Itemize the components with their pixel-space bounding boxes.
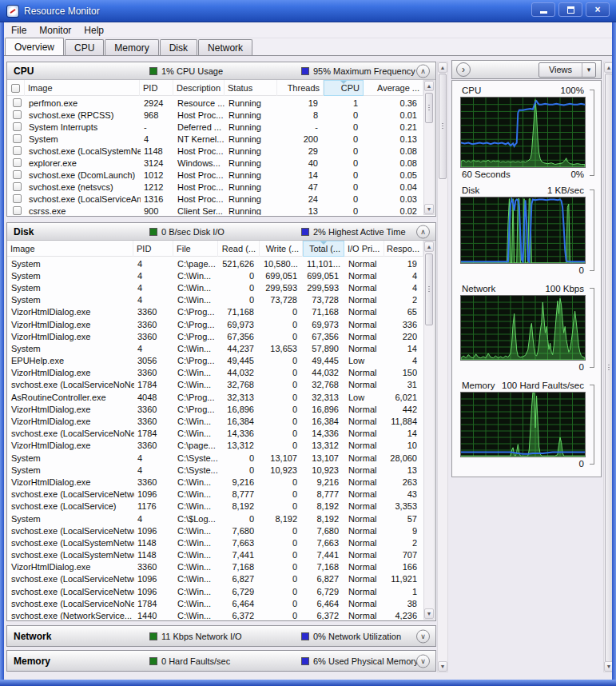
cpu-table-row[interactable]: perfmon.exe 2924 Resource ... Running 19… [8, 97, 423, 109]
disk-table-row[interactable]: System 4 C:\$Log... 0 8,192 8,192 Normal… [8, 513, 423, 524]
cpu-table-row[interactable]: csrss.exe 900 Client Ser... Running 13 0… [8, 205, 423, 215]
disk-section-header[interactable]: Disk 0 B/sec Disk I/O 2% Highest Active … [7, 223, 435, 241]
scroll-thumb[interactable] [425, 253, 433, 325]
col-read[interactable]: Read (... [218, 241, 260, 257]
disk-table-row[interactable]: VizorHtmlDialog.exe 3360 C:\Win... 9,216… [8, 476, 423, 488]
col-pid[interactable]: PID [133, 241, 173, 257]
cpu-table-row[interactable]: System Interrupts - Deferred ... Running… [8, 121, 423, 133]
row-checkbox[interactable] [13, 146, 22, 155]
network-section-header[interactable]: Network 11 Kbps Network I/O 0% Network U… [7, 626, 435, 646]
disk-table-row[interactable]: svchost.exe (LocalSystemNetwo... 1148 C:… [8, 549, 423, 561]
col-file[interactable]: File [173, 241, 218, 257]
disk-table-row[interactable]: VizorHtmlDialog.exe 3360 C:\Prog... 67,3… [8, 330, 423, 342]
col-cpu[interactable]: CPU [324, 80, 364, 96]
row-checkbox[interactable] [13, 122, 22, 131]
cpu-table-row[interactable]: explorer.exe 3124 Windows... Running 40 … [8, 157, 423, 169]
col-average[interactable]: Average ... [364, 80, 423, 96]
scroll-thumb[interactable] [425, 93, 433, 123]
scroll-thumb[interactable] [439, 74, 447, 179]
disk-collapse-button[interactable]: ∧ [416, 225, 430, 238]
select-all-checkbox[interactable] [11, 84, 20, 93]
title-bar[interactable]: Resource Monitor × [0, 0, 616, 22]
tab-memory[interactable]: Memory [105, 39, 158, 55]
disk-table-row[interactable]: System 4 C:\page... 521,626 10,580... 11… [8, 257, 423, 269]
disk-table-row[interactable]: svchost.exe (LocalServiceNetwo... 1096 C… [8, 573, 423, 585]
menu-monitor[interactable]: Monitor [33, 23, 77, 38]
disk-table-row[interactable]: System 4 C:\Syste... 0 13,107 13,107 Nor… [8, 452, 423, 464]
row-checkbox[interactable] [13, 98, 22, 107]
col-image[interactable]: Image [7, 241, 133, 257]
cpu-table-row[interactable]: svchost.exe (RPCSS) 968 Host Proc... Run… [8, 109, 423, 121]
disk-table-row[interactable]: svchost.exe (LocalServiceNoNet... 1784 C… [8, 379, 423, 391]
scroll-down-arrow[interactable]: ▼ [424, 608, 434, 619]
scroll-up-arrow[interactable]: ▲ [424, 241, 434, 252]
row-checkbox[interactable] [13, 182, 22, 191]
cpu-table-row[interactable]: svchost.exe (DcomLaunch) 1012 Host Proc.… [8, 169, 423, 181]
disk-table-row[interactable]: System 4 C:\Win... 0 73,728 73,728 Norma… [8, 294, 423, 306]
disk-table-row[interactable]: VizorHtmlDialog.exe 3360 C:\Prog... 71,1… [8, 306, 423, 318]
col-io-priority[interactable]: I/O Pri... [344, 241, 384, 257]
disk-table-row[interactable]: svchost.exe (NetworkService... 1440 C:\W… [8, 609, 423, 620]
row-checkbox[interactable] [13, 206, 22, 215]
disk-table-row[interactable]: EPUHelp.exe 3056 C:\Prog... 49,445 0 49,… [8, 355, 423, 367]
memory-section-header[interactable]: Memory 0 Hard Faults/sec 6% Used Physica… [7, 651, 435, 671]
disk-table-row[interactable]: svchost.exe (LocalServiceNetwo... 1096 C… [8, 585, 423, 597]
menu-file[interactable]: File [5, 23, 33, 38]
tab-overview[interactable]: Overview [5, 38, 64, 55]
memory-expand-button[interactable]: ∨ [416, 654, 430, 668]
row-checkbox[interactable] [13, 194, 22, 203]
close-button[interactable]: × [586, 2, 610, 17]
disk-table-row[interactable]: AsRoutineController.exe 4048 C:\Prog... … [8, 391, 423, 403]
disk-table-row[interactable]: System 4 C:\Win... 0 299,593 299,593 Nor… [8, 281, 423, 293]
disk-table-row[interactable]: VizorHtmlDialog.exe 3360 C:\Prog... 16,8… [8, 403, 423, 415]
tab-cpu[interactable]: CPU [65, 39, 104, 55]
row-checkbox[interactable] [13, 134, 22, 143]
tab-disk[interactable]: Disk [160, 39, 197, 55]
disk-table-row[interactable]: VizorHtmlDialog.exe 3360 C:\Win... 16,38… [8, 415, 423, 427]
col-description[interactable]: Description [173, 80, 225, 96]
row-checkbox[interactable] [13, 170, 22, 179]
minimize-button[interactable] [531, 2, 555, 17]
views-button[interactable]: Views ▾ [539, 62, 596, 78]
disk-table-row[interactable]: VizorHtmlDialog.exe 3360 C:\Win... 7,168… [8, 561, 423, 573]
disk-table-row[interactable]: System 4 C:\Syste... 0 10,923 10,923 Nor… [8, 464, 423, 476]
cpu-collapse-button[interactable]: ∧ [416, 64, 430, 78]
col-total[interactable]: Total (... [303, 241, 344, 257]
disk-table-row[interactable]: VizorHtmlDialog.exe 3360 C:\Prog... 69,9… [8, 318, 423, 330]
views-dropdown-arrow[interactable]: ▾ [582, 63, 595, 77]
row-checkbox[interactable] [13, 158, 22, 167]
col-status[interactable]: Status [225, 80, 277, 96]
scroll-up-arrow[interactable]: ▲ [424, 81, 434, 91]
disk-table-row[interactable]: svchost.exe (LocalServiceNoNet... 1784 C… [8, 597, 423, 609]
disk-table-row[interactable]: svchost.exe (LocalService) 1176 C:\Win..… [8, 501, 423, 513]
col-response[interactable]: Respo... [384, 241, 423, 257]
cpu-section-header[interactable]: CPU 1% CPU Usage 95% Maximum Frequency ∧ [7, 62, 435, 80]
disk-table-row[interactable]: VizorHtmlDialog.exe 3360 C:\Win... 44,03… [8, 367, 423, 379]
disk-table-row[interactable]: VizorHtmlDialog.exe 3360 C:\page... 13,3… [8, 440, 423, 452]
tab-network[interactable]: Network [198, 39, 252, 55]
disk-table-row[interactable]: System 4 C:\Win... 44,237 13,653 57,890 … [8, 342, 423, 354]
col-write[interactable]: Write (... [260, 241, 303, 257]
disk-table-row[interactable]: svchost.exe (LocalServiceNetwo... 1096 C… [8, 524, 423, 536]
disk-table-scrollbar[interactable]: ▲ ▼ [423, 241, 435, 620]
col-threads[interactable]: Threads [277, 80, 324, 96]
row-checkbox[interactable] [13, 110, 22, 119]
cpu-table-row[interactable]: svchost.exe (LocalSystemNet... 1148 Host… [8, 145, 423, 157]
scroll-down-arrow[interactable]: ▼ [438, 661, 447, 672]
cpu-table-row[interactable]: svchost.exe (LocalServiceAn... 1316 Host… [8, 193, 423, 205]
col-image[interactable]: Image [25, 80, 140, 96]
disk-table-row[interactable]: svchost.exe (LocalServiceNoNet... 1784 C… [8, 428, 423, 440]
maximize-button[interactable] [558, 2, 582, 17]
scroll-up-arrow[interactable]: ▲ [438, 62, 447, 73]
cpu-table-row[interactable]: System 4 NT Kernel... Running 200 0 0.13 [8, 133, 423, 145]
collapse-graphs-button[interactable]: › [456, 62, 471, 77]
col-pid[interactable]: PID [140, 80, 173, 96]
left-pane-scrollbar[interactable]: ▲ ▼ [437, 62, 448, 672]
disk-table-row[interactable]: svchost.exe (LocalSystemNetwo... 1148 C:… [8, 536, 423, 548]
cpu-table-scrollbar[interactable]: ▲ ▼ [423, 80, 435, 215]
disk-table-row[interactable]: System 4 C:\Win... 0 699,051 699,051 Nor… [8, 269, 423, 281]
cpu-table-row[interactable]: svchost.exe (netsvcs) 1212 Host Proc... … [8, 181, 423, 193]
disk-table-row[interactable]: svchost.exe (LocalServiceNetwo... 1096 C… [8, 489, 423, 501]
menu-help[interactable]: Help [77, 23, 110, 38]
network-expand-button[interactable]: ∨ [416, 629, 430, 643]
